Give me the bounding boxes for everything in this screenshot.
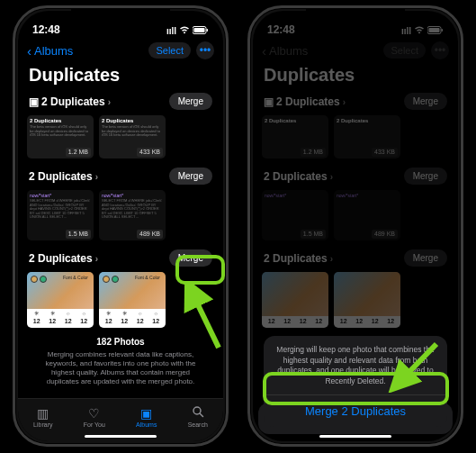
status-time: 12:48	[32, 23, 60, 36]
ellipsis-icon: •••	[200, 44, 211, 57]
svg-rect-2	[207, 29, 209, 32]
thumbnail[interactable]: now/*start* SELECT FROM d WHERE job='Cle…	[27, 190, 94, 240]
number-row: ☀︎12 ☀︎12 ☼12 ☼12	[99, 309, 166, 328]
section-title[interactable]: 2 Duplicates ›	[29, 170, 98, 183]
back-button[interactable]: ‹ Albums	[262, 43, 308, 59]
thumbnail[interactable]: now/*start* SELECT FROM d WHERE job='Cle…	[99, 190, 166, 240]
battery-icon	[193, 26, 209, 36]
phone-left: 12:48 ııll ‹ Albums Select •••	[13, 5, 229, 447]
merge-button[interactable]: Merge	[169, 168, 212, 185]
section-title[interactable]: 2 Duplicates ›	[29, 252, 98, 265]
thumbnail[interactable]: Font & Color ☀︎12 ☀︎12 ☼12 ☼12	[99, 272, 166, 328]
nav-bar: ‹ Albums Select •••	[18, 38, 223, 63]
battery-icon	[427, 26, 444, 36]
chevron-left-icon: ‹	[262, 43, 266, 59]
content-area[interactable]: ▣ 2 Duplicates › Merge 2 Duplicates The …	[18, 91, 223, 398]
size-badge: 489 KB	[137, 230, 163, 239]
home-indicator[interactable]	[319, 435, 391, 438]
duplicate-group: 2 Duplicates › Merge Font & Color ☀︎12	[25, 248, 216, 328]
albums-icon: ▣	[140, 406, 152, 421]
section-title[interactable]: ▣ 2 Duplicates ›	[29, 95, 111, 108]
thumbnail[interactable]: Font & Color ☀︎12 ☀︎12 ☼12 ☼12	[27, 272, 94, 328]
screen-left: 12:48 ııll ‹ Albums Select •••	[18, 11, 223, 441]
status-time: 12:48	[267, 23, 295, 36]
svg-rect-7	[442, 29, 444, 32]
merge-duplicates-button[interactable]: Merge 2 Duplicates	[264, 395, 447, 427]
search-icon	[192, 405, 204, 421]
screen-right: 12:48 ııll ‹ Albums Select •••	[253, 11, 458, 441]
signal-icon: ııll	[166, 26, 176, 36]
notch	[306, 8, 405, 28]
phone-right: 12:48 ııll ‹ Albums Select •••	[247, 5, 463, 447]
color-swatch-icon	[31, 276, 38, 283]
home-indicator[interactable]	[85, 435, 157, 438]
tab-search[interactable]: Search	[188, 405, 208, 428]
svg-rect-1	[194, 28, 205, 32]
select-button[interactable]: Select	[148, 42, 191, 59]
ellipsis-icon: •••	[435, 44, 446, 57]
page-title: Duplicates	[253, 63, 458, 91]
size-badge: 433 KB	[137, 148, 163, 157]
more-button[interactable]: •••	[431, 41, 449, 59]
stack-icon: ▣	[29, 95, 39, 108]
color-swatch-icon	[40, 276, 47, 283]
select-button[interactable]: Select	[383, 42, 426, 59]
back-button[interactable]: ‹ Albums	[27, 43, 73, 59]
more-button[interactable]: •••	[196, 41, 214, 59]
merge-button[interactable]: Merge	[169, 93, 212, 110]
photo-count: 182 Photos	[25, 335, 216, 347]
tab-library[interactable]: ▥ Library	[33, 406, 52, 428]
chevron-right-icon: ›	[95, 254, 98, 264]
footer-blurb: Merging combines relevant data like capt…	[25, 347, 216, 392]
color-swatch-icon	[112, 276, 119, 283]
chevron-right-icon: ›	[108, 97, 111, 107]
svg-line-4	[200, 413, 203, 417]
foryou-icon: ♡	[88, 406, 100, 421]
signal-icon: ııll	[401, 26, 411, 36]
tab-albums[interactable]: ▣ Albums	[136, 406, 157, 428]
wifi-icon	[414, 26, 425, 36]
size-badge: 1.5 MB	[66, 230, 91, 239]
back-label: Albums	[269, 44, 308, 58]
chevron-right-icon: ›	[95, 172, 98, 182]
back-label: Albums	[34, 44, 73, 58]
tab-foryou[interactable]: ♡ For You	[84, 406, 105, 428]
duplicate-group: ▣ 2 Duplicates › Merge 2 Duplicates The …	[25, 91, 216, 159]
chevron-left-icon: ‹	[27, 43, 31, 59]
sheet-message: Merging will keep one photo that combine…	[264, 336, 447, 394]
page-title: Duplicates	[18, 63, 223, 91]
nav-bar: ‹ Albums Select •••	[253, 38, 458, 63]
merge-button[interactable]: Merge	[169, 249, 212, 267]
action-sheet: Merging will keep one photo that combine…	[258, 397, 453, 434]
number-row: ☀︎12 ☀︎12 ☼12 ☼12	[27, 309, 94, 328]
status-icons: ııll	[401, 26, 444, 36]
status-icons: ııll	[166, 26, 209, 36]
wifi-icon	[179, 26, 190, 36]
duplicate-group: 2 Duplicates › Merge now/*start* SELECT …	[25, 166, 216, 240]
svg-rect-6	[429, 28, 440, 32]
notch	[71, 8, 170, 28]
size-badge: 1.2 MB	[66, 148, 91, 157]
thumbnail[interactable]: 2 Duplicates The beta version of iOS sho…	[99, 115, 166, 159]
color-swatch-icon	[103, 276, 110, 283]
thumbnail[interactable]: 2 Duplicates The beta version of iOS sho…	[27, 115, 94, 159]
library-icon: ▥	[37, 406, 49, 421]
